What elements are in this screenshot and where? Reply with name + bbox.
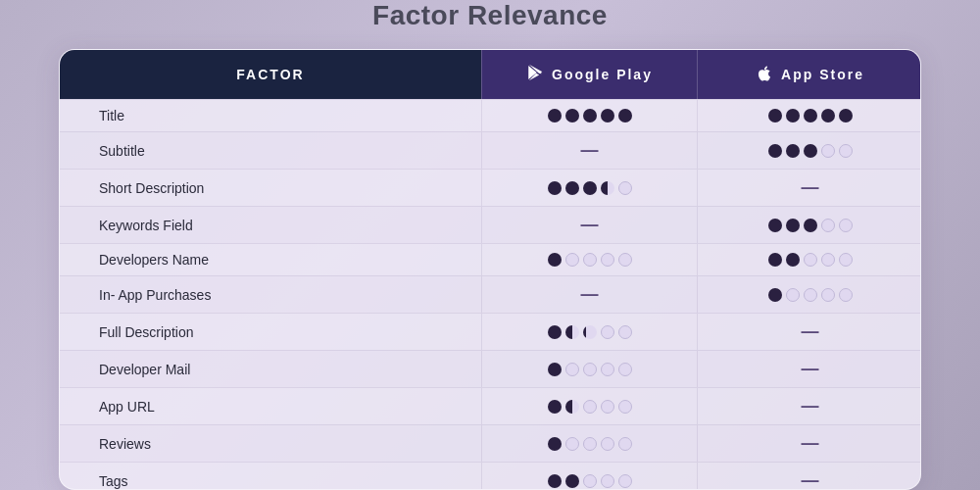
table-row: Developers Name (60, 243, 920, 275)
dot-empty (839, 219, 853, 232)
cell-gplay: — (481, 207, 697, 243)
dot-full (548, 109, 562, 122)
dot-rating (548, 400, 632, 414)
dot-empty (821, 144, 835, 158)
table-row: Short Description — (60, 169, 920, 206)
dot-half (565, 400, 579, 414)
dot-empty (583, 400, 597, 414)
dot-empty (821, 253, 835, 267)
cell-gplay (481, 170, 697, 206)
cell-appstore (697, 207, 921, 243)
dot-rating (548, 437, 632, 451)
dot-full (565, 109, 579, 122)
gplay-icon (526, 64, 544, 85)
dot-empty (583, 437, 597, 451)
header-factor-label: FACTOR (236, 67, 304, 82)
cell-appstore: — (697, 425, 921, 462)
dot-empty (618, 325, 632, 339)
header-factor: FACTOR (60, 50, 481, 99)
dot-empty (618, 181, 632, 195)
dot-empty (821, 288, 835, 302)
cell-factor: In- App Purchases (60, 276, 481, 313)
cell-gplay (481, 244, 697, 275)
dot-full (768, 219, 782, 232)
cell-gplay: — (481, 276, 697, 313)
cell-factor: Short Description (60, 170, 481, 206)
cell-gplay (481, 388, 697, 424)
dot-empty (839, 253, 853, 267)
dot-empty (601, 363, 614, 376)
dash-indicator: — (802, 433, 819, 454)
dot-full (548, 474, 562, 488)
dot-rating (548, 109, 632, 122)
dot-full (786, 144, 800, 158)
dot-full (821, 109, 835, 122)
table-row: In- App Purchases — (60, 275, 920, 313)
dot-empty (565, 437, 579, 451)
dot-empty (618, 363, 632, 376)
dot-empty (618, 253, 632, 267)
cell-appstore: — (697, 388, 921, 424)
table-row: Keywords Field — (60, 206, 920, 243)
dot-full (804, 109, 817, 122)
cell-gplay (481, 100, 697, 131)
table-body: Title Subtitle — Short Description — Key… (60, 99, 920, 490)
table-row: Developer Mail — (60, 350, 920, 387)
dot-empty (786, 288, 800, 302)
cell-gplay (481, 463, 697, 490)
page-title: Factor Relevance (372, 0, 608, 31)
dash-indicator: — (581, 284, 599, 305)
dot-empty (618, 474, 632, 488)
dot-empty (565, 253, 579, 267)
dot-full (548, 400, 562, 414)
dot-full (768, 109, 782, 122)
dot-empty (618, 400, 632, 414)
header-gplay: Google Play (481, 50, 697, 99)
dot-rating (548, 474, 632, 488)
cell-factor: Keywords Field (60, 207, 481, 243)
apple-icon (756, 65, 773, 85)
dot-quarter (583, 325, 597, 339)
table-header: FACTOR Google Play App Store (60, 50, 920, 99)
dot-empty (601, 400, 614, 414)
dot-empty (601, 325, 614, 339)
dot-empty (601, 437, 614, 451)
dot-full (804, 144, 817, 158)
cell-factor: Tags (60, 463, 481, 490)
dot-empty (821, 219, 835, 232)
dot-full (548, 253, 562, 267)
cell-appstore (697, 244, 921, 275)
dot-rating (768, 144, 853, 158)
dot-empty (618, 437, 632, 451)
dot-empty (583, 474, 597, 488)
dash-indicator: — (802, 470, 819, 490)
dot-full (583, 109, 597, 122)
cell-gplay (481, 351, 697, 387)
dot-full (839, 109, 853, 122)
header-appstore-label: App Store (781, 67, 864, 82)
dot-full (768, 288, 782, 302)
dot-rating (548, 325, 632, 339)
cell-factor: Full Description (60, 314, 481, 350)
cell-appstore: — (697, 314, 921, 350)
dash-indicator: — (802, 359, 819, 379)
dot-rating (768, 109, 853, 122)
cell-factor: Title (60, 100, 481, 131)
cell-appstore: — (697, 463, 921, 490)
dot-rating (768, 288, 853, 302)
dot-half (601, 181, 614, 195)
cell-appstore (697, 276, 921, 313)
cell-factor: App URL (60, 388, 481, 424)
dot-empty (804, 288, 817, 302)
dot-rating (768, 219, 853, 232)
dot-rating (548, 181, 632, 195)
header-gplay-label: Google Play (552, 67, 653, 82)
dot-empty (839, 144, 853, 158)
cell-appstore: — (697, 351, 921, 387)
cell-appstore (697, 100, 921, 131)
cell-factor: Developer Mail (60, 351, 481, 387)
dot-full (618, 109, 632, 122)
dot-full (786, 219, 800, 232)
dot-rating (548, 253, 632, 267)
dot-empty (583, 363, 597, 376)
